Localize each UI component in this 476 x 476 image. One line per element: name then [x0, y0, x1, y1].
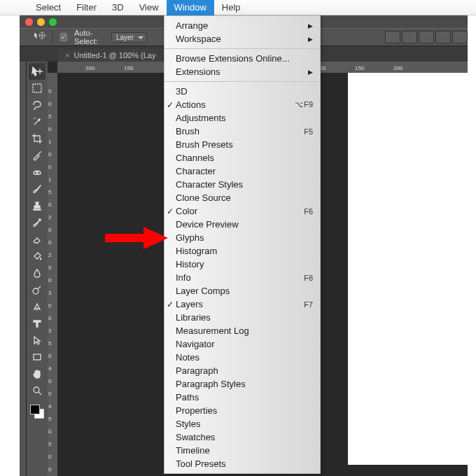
- menu-item-properties[interactable]: Properties: [164, 404, 320, 417]
- align-button[interactable]: [452, 31, 468, 43]
- eraser-tool[interactable]: [29, 231, 46, 248]
- menu-item-styles[interactable]: Styles: [164, 417, 320, 430]
- menu-item-history[interactable]: History: [164, 258, 320, 271]
- shortcut-label: ⌥F9: [295, 100, 313, 109]
- blur-tool[interactable]: [29, 265, 46, 281]
- move-tool-icon: [34, 31, 46, 43]
- menu-item-browse-extensions-online-[interactable]: Browse Extensions Online...: [164, 52, 320, 65]
- close-icon[interactable]: [25, 18, 33, 26]
- dodge-tool[interactable]: [29, 281, 46, 298]
- menu-item-label: Arrange: [176, 20, 208, 31]
- marquee-tool[interactable]: [29, 80, 46, 97]
- menu-item-label: Layers: [176, 299, 203, 309]
- tools-panel: [27, 62, 48, 476]
- menu-item-label: Styles: [176, 419, 200, 429]
- hand-tool[interactable]: [29, 365, 46, 382]
- eyedropper-tool[interactable]: [29, 147, 46, 164]
- menu-window[interactable]: Window: [167, 0, 214, 15]
- foreground-color[interactable]: [30, 405, 40, 414]
- menu-item-label: Measurement Log: [176, 326, 249, 336]
- checkmark-icon: ✓: [167, 300, 174, 309]
- lasso-tool[interactable]: [29, 97, 46, 113]
- menu-help[interactable]: Help: [214, 0, 248, 15]
- align-button[interactable]: [402, 31, 417, 43]
- menu-item-extensions[interactable]: Extensions▶: [164, 65, 320, 78]
- stamp-tool[interactable]: [29, 197, 46, 214]
- menu-item-workspace[interactable]: Workspace▶: [164, 32, 320, 46]
- auto-select-checkbox[interactable]: ✓: [60, 33, 67, 41]
- svg-rect-0: [33, 84, 41, 92]
- checkmark-icon: ✓: [167, 100, 174, 110]
- menu-item-libraries[interactable]: Libraries: [164, 311, 320, 324]
- menu-item-arrange[interactable]: Arrange▶: [164, 19, 320, 32]
- menu-item-character-styles[interactable]: Character Styles: [164, 178, 320, 191]
- menu-item-3d[interactable]: 3D: [164, 85, 320, 98]
- menu-item-color[interactable]: ✓ColorF6: [164, 204, 320, 218]
- layer-dropdown[interactable]: Layer: [111, 32, 147, 43]
- document-tab[interactable]: ×Untitled-1 @ 100% (Lay: [58, 49, 162, 62]
- menu-view[interactable]: View: [132, 0, 167, 15]
- crop-tool[interactable]: [29, 130, 46, 147]
- move-tool[interactable]: [29, 63, 46, 80]
- menu-select[interactable]: Select: [28, 0, 69, 15]
- close-tab-icon[interactable]: ×: [65, 51, 69, 59]
- wand-tool[interactable]: [29, 113, 46, 130]
- vertical-ruler[interactable]: 5050100150200250300350400450500: [48, 73, 57, 476]
- menu-filter[interactable]: Filter: [69, 0, 104, 15]
- zoom-tool[interactable]: [29, 382, 46, 399]
- menu-item-navigator[interactable]: Navigator: [164, 337, 320, 351]
- menu-item-channels[interactable]: Channels: [164, 151, 320, 164]
- paint-bucket-tool[interactable]: [29, 248, 46, 265]
- color-swatches[interactable]: [30, 405, 44, 419]
- align-button[interactable]: [419, 31, 434, 43]
- menu-item-clone-source[interactable]: Clone Source: [164, 191, 320, 204]
- menu-item-tool-presets[interactable]: Tool Presets: [164, 457, 320, 470]
- type-tool[interactable]: [29, 315, 46, 332]
- menubar: Select Filter 3D View Window Help: [0, 0, 476, 15]
- menu-item-info[interactable]: InfoF8: [164, 271, 320, 284]
- align-buttons: [385, 31, 468, 43]
- document-page[interactable]: [348, 73, 474, 465]
- menu-item-swatches[interactable]: Swatches: [164, 430, 320, 444]
- menu-item-histogram[interactable]: Histogram: [164, 244, 320, 258]
- menu-item-layers[interactable]: ✓LayersF7: [164, 298, 320, 311]
- collapsed-panel-strip[interactable]: [20, 62, 27, 476]
- menu-item-paragraph-styles[interactable]: Paragraph Styles: [164, 377, 320, 391]
- rectangle-tool[interactable]: [29, 349, 46, 365]
- menu-separator: [164, 81, 320, 82]
- menu-item-brush[interactable]: BrushF5: [164, 125, 320, 138]
- tab-title: Untitled-1 @ 100% (Lay: [74, 51, 155, 59]
- healing-tool[interactable]: [29, 164, 46, 181]
- menu-item-adjustments[interactable]: Adjustments: [164, 111, 320, 125]
- brush-tool[interactable]: [29, 181, 46, 197]
- align-button[interactable]: [385, 31, 400, 43]
- menu-3d[interactable]: 3D: [104, 0, 132, 15]
- menu-item-actions[interactable]: ✓Actions⌥F9: [164, 98, 320, 111]
- menu-item-measurement-log[interactable]: Measurement Log: [164, 324, 320, 337]
- menu-item-label: Color: [176, 206, 197, 216]
- menu-item-layer-comps[interactable]: Layer Comps: [164, 284, 320, 298]
- menu-item-paragraph[interactable]: Paragraph: [164, 364, 320, 377]
- menu-item-glyphs[interactable]: Glyphs: [164, 231, 320, 244]
- zoom-icon[interactable]: [49, 18, 57, 26]
- path-select-tool[interactable]: [29, 332, 46, 349]
- menu-item-label: Brush Presets: [176, 139, 233, 150]
- shortcut-label: F6: [304, 207, 313, 216]
- menu-item-label: Character Styles: [176, 179, 243, 190]
- menu-item-label: Histogram: [176, 246, 217, 256]
- menu-item-device-preview[interactable]: Device Preview: [164, 218, 320, 231]
- menu-item-brush-presets[interactable]: Brush Presets: [164, 138, 320, 151]
- pen-tool[interactable]: [29, 298, 46, 315]
- menu-item-label: Libraries: [176, 312, 211, 323]
- align-button[interactable]: [435, 31, 451, 43]
- menu-item-timeline[interactable]: Timeline: [164, 444, 320, 457]
- menu-item-paths[interactable]: Paths: [164, 391, 320, 404]
- menu-item-character[interactable]: Character: [164, 164, 320, 178]
- minimize-icon[interactable]: [37, 18, 45, 26]
- auto-select-label: Auto-Select:: [74, 29, 104, 46]
- shortcut-label: F5: [304, 127, 313, 136]
- menu-item-label: Info: [176, 272, 191, 283]
- menu-item-notes[interactable]: Notes: [164, 351, 320, 364]
- history-brush-tool[interactable]: [29, 214, 46, 231]
- shortcut-label: F7: [304, 300, 313, 309]
